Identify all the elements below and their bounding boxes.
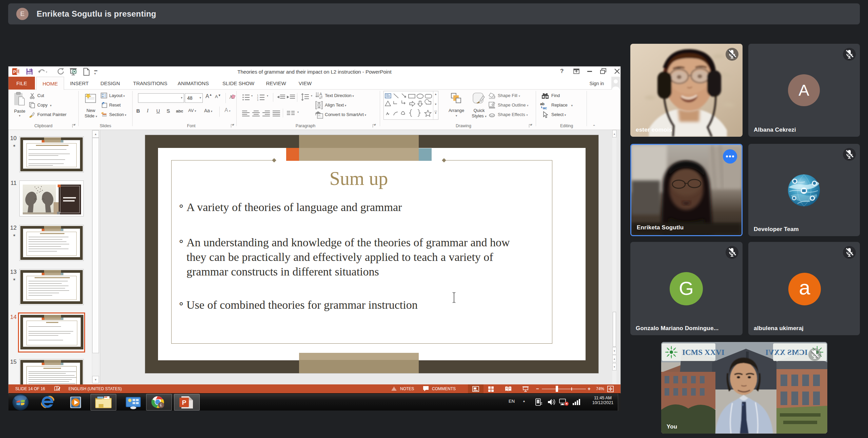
svg-text:A: A [319,92,322,97]
svg-text:ICMS XXVI: ICMS XXVI [765,348,808,357]
svg-text:E: E [160,403,162,407]
svg-text:1: 1 [257,94,258,96]
svg-text:ab: ab [540,102,545,106]
svg-text:2: 2 [257,96,258,99]
svg-text:ac: ac [543,106,547,110]
svg-text:P: P [182,399,186,406]
svg-text:3: 3 [257,99,258,101]
svg-text:ICMS XXVI: ICMS XXVI [682,348,725,357]
